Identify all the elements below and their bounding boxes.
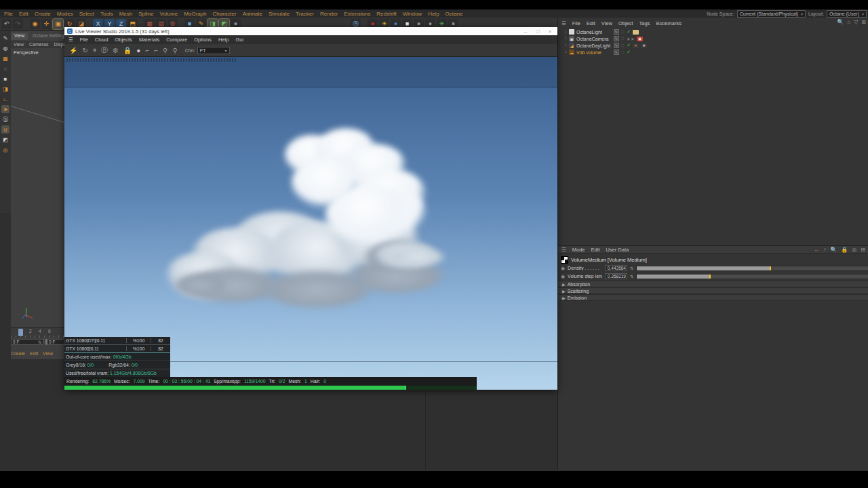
snowflake-tag-icon[interactable]: ❄: [641, 43, 647, 48]
om-menu-tags[interactable]: Tags: [639, 20, 650, 26]
live-viewer-titlebar[interactable]: C Live Viewer Studio 2019.1.5 (31 days l…: [64, 27, 557, 35]
object-row-octanedaylight[interactable]: └ ◢ OctaneDayLight ✎ ⁚⁚ ✓ ☀ ❄: [558, 42, 868, 49]
edges-mode-icon[interactable]: ■: [1, 75, 9, 83]
lv-menu-help[interactable]: Help: [218, 37, 229, 43]
texture-mode-icon[interactable]: ◍: [1, 44, 9, 52]
om-menu-file[interactable]: File: [572, 20, 580, 26]
pause-render-icon[interactable]: ⏸: [93, 46, 96, 54]
menu-item[interactable]: Tools: [100, 11, 113, 17]
spinner-icon[interactable]: ⇅: [630, 274, 633, 279]
live-selection-icon[interactable]: ◉: [30, 19, 40, 29]
pick-focus-icon[interactable]: ⌐: [145, 47, 149, 54]
om-menu-bookmarks[interactable]: Bookmarks: [656, 20, 682, 26]
model-mode-icon[interactable]: ✎: [1, 34, 9, 42]
menu-item[interactable]: Simulate: [269, 11, 290, 17]
om-menu-edit[interactable]: Edit: [587, 20, 595, 26]
enabled-check-icon[interactable]: ✓: [627, 49, 631, 55]
visibility-dots-icon[interactable]: ⁚⁚: [621, 43, 625, 47]
scale-icon[interactable]: ▣: [53, 19, 63, 29]
locked-workplane-icon[interactable]: ◎: [1, 146, 9, 154]
menu-item[interactable]: Help: [428, 11, 439, 17]
burger-icon[interactable]: ☰: [68, 37, 73, 43]
am-menu-edit[interactable]: Edit: [591, 247, 600, 253]
end-frame-field[interactable]: 0 F: [45, 339, 64, 345]
move-icon[interactable]: ✛: [41, 19, 52, 29]
close-button[interactable]: ×: [545, 28, 555, 35]
spinner-icon[interactable]: ⇅: [630, 266, 633, 270]
menu-item[interactable]: Character: [213, 11, 237, 17]
menu-item[interactable]: Render: [320, 11, 338, 17]
spinner-icon[interactable]: ⇅: [38, 340, 41, 344]
section-emission[interactable]: ▶ Emission: [558, 294, 868, 301]
pick-object-icon[interactable]: ⚲: [172, 47, 177, 54]
render-region-icon[interactable]: Ⓡ: [101, 45, 108, 55]
am-menu-mode[interactable]: Mode: [572, 247, 585, 253]
settings-gear-icon[interactable]: ⚙: [113, 47, 119, 54]
menu-item[interactable]: Redshift: [376, 11, 396, 17]
material-ball-icon[interactable]: ●: [136, 47, 140, 54]
search-icon[interactable]: 🔍: [830, 247, 837, 253]
track-icon[interactable]: ◎: [852, 247, 856, 253]
menu-item[interactable]: Modes: [57, 11, 73, 17]
enabled-check-icon[interactable]: ✓: [627, 29, 631, 35]
om-menu-view[interactable]: View: [601, 20, 612, 26]
am-menu-userdata[interactable]: User Data: [606, 247, 629, 253]
density-slider[interactable]: [636, 266, 868, 271]
menu-item[interactable]: File: [4, 11, 13, 17]
step-length-value-field[interactable]: 0.358219: [605, 273, 627, 279]
current-frame-field[interactable]: 0 F⇅: [11, 339, 43, 345]
add-panel-icon[interactable]: ⊞: [861, 19, 866, 25]
lock-icon[interactable]: 🔒: [841, 247, 848, 253]
workplane-snap-icon[interactable]: ◩: [1, 136, 9, 144]
object-row-octanecamera[interactable]: └ ▣ OctaneCamera ✎ ⁚⁚ ✕✕ ▣: [558, 35, 868, 42]
home-icon[interactable]: ⌂: [847, 19, 850, 25]
edit-pencil-icon[interactable]: ✎: [614, 29, 619, 35]
density-value-field[interactable]: 0.443584: [605, 265, 627, 271]
workplane-mode-icon[interactable]: ▦: [1, 54, 9, 62]
edit-pencil-icon[interactable]: ✎: [614, 36, 619, 41]
magnet-snap-icon[interactable]: ∪: [1, 125, 9, 134]
lock-resolution-icon[interactable]: 🔒: [123, 47, 132, 54]
object-row-octanelight[interactable]: └ OctaneLight ✎ ⁚⁚ ✓: [558, 28, 868, 35]
polygons-mode-icon[interactable]: ◨: [1, 85, 9, 93]
radio-icon[interactable]: ◉: [561, 266, 565, 271]
lv-menu-objects[interactable]: Objects: [115, 37, 132, 43]
node-space-dropdown[interactable]: Current (Standard/Physical)▾: [737, 10, 806, 18]
camera-label[interactable]: Perspective: [14, 50, 39, 55]
menu-item[interactable]: MoGraph: [184, 11, 206, 17]
camera-tag-icon[interactable]: ▣: [637, 37, 643, 41]
lv-menu-cloud[interactable]: Cloud: [95, 37, 108, 43]
burger-icon[interactable]: ☰: [561, 20, 566, 26]
edit-pencil-icon[interactable]: ✎: [614, 49, 619, 55]
lv-menu-file[interactable]: File: [80, 37, 88, 43]
edit-pencil-icon[interactable]: ✎: [614, 43, 619, 48]
sun-tag-icon[interactable]: ☀: [633, 43, 639, 48]
lv-menu-materials[interactable]: Materials: [139, 37, 159, 43]
menu-item[interactable]: Spline: [138, 11, 153, 17]
menu-item[interactable]: Extensions: [344, 11, 370, 17]
material-menu-item[interactable]: Create: [11, 351, 25, 356]
timeline-ruler[interactable]: 0 2 4 6: [11, 327, 64, 338]
light-tag-icon[interactable]: [633, 30, 639, 35]
channel-dropdown[interactable]: PT▾: [197, 47, 230, 54]
menu-item[interactable]: Octane: [446, 11, 463, 17]
add-panel-icon[interactable]: ⊞: [861, 247, 865, 253]
search-icon[interactable]: 🔍: [837, 19, 844, 25]
tab-view[interactable]: View: [11, 33, 28, 40]
quantize-icon[interactable]: Ⓢ: [1, 115, 9, 123]
render-toggle-icon[interactable]: ✕✕: [627, 37, 635, 41]
maximize-button[interactable]: □: [533, 28, 542, 35]
material-menu-item[interactable]: Edit: [30, 351, 38, 356]
snap-icon[interactable]: ➤: [1, 105, 9, 113]
refresh-icon[interactable]: ↻: [82, 47, 87, 54]
menu-item[interactable]: Tracker: [296, 11, 314, 17]
pick-focus2-icon[interactable]: ⌐: [154, 47, 158, 54]
menu-item[interactable]: Edit: [19, 11, 28, 17]
viewport-menu-item[interactable]: View: [14, 42, 24, 47]
step-length-slider[interactable]: [636, 274, 868, 279]
menu-item[interactable]: Select: [79, 11, 94, 17]
object-row-vdbvolume[interactable]: └ ☁ Vdb volume ✎ ⁚⁚ ✓: [558, 49, 868, 56]
lv-menu-compare[interactable]: Compare: [166, 37, 187, 43]
material-menu-item[interactable]: View: [43, 351, 53, 356]
burger-icon[interactable]: ☰: [561, 247, 566, 253]
